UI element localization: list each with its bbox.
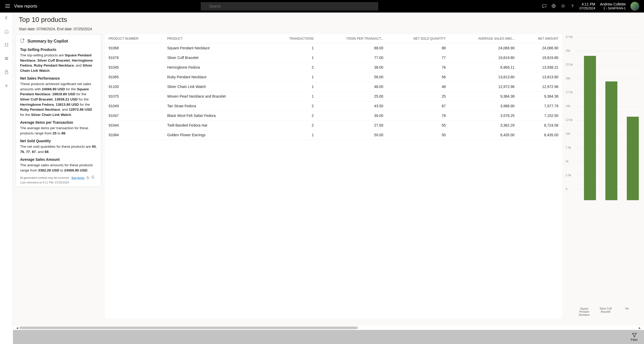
table-cell: Silver Chain Link Watch (164, 82, 267, 92)
table-row[interactable]: 91076Silver Cuff Bracelet177.007719,819.… (105, 53, 562, 63)
table-cell: 78 (387, 111, 449, 121)
table-cell: 6,435.00 (518, 130, 562, 140)
last-refreshed: Last refreshed at 4:11 PM, 07/25/2024 (20, 181, 97, 184)
table-row[interactable]: 91049Tan Straw Fedora243.50873,988.907,9… (105, 101, 562, 111)
table-cell: 2 (267, 101, 317, 111)
chart-bar[interactable] (605, 81, 617, 200)
table-cell: 1 (267, 92, 317, 101)
table-cell: 24,066.90 (518, 43, 562, 53)
table-cell: Black Wool Felt Safari Fedora (164, 111, 267, 121)
table-cell: 56 (387, 72, 449, 82)
table-cell: 19,819.80 (450, 53, 518, 63)
svg-point-5 (5, 43, 6, 44)
copilot-section-title: Net Sales Performance (20, 76, 97, 80)
table-cell: 13,813.80 (450, 72, 518, 82)
back-icon[interactable] (3, 15, 10, 21)
page-title: Top 10 products (13, 13, 644, 25)
table-cell: 12,972.96 (518, 82, 562, 92)
table-row[interactable]: 91044Twill Banded Fedora Hat227.50553,36… (105, 121, 562, 130)
table-cell: 6,435.00 (450, 130, 518, 140)
header-clock: 4:11 PM 07/25/2024 (580, 2, 595, 11)
copilot-summary-card: Summary by Copilot Top Selling ProductsT… (16, 34, 101, 187)
table-row[interactable]: 91075Woven Pearl Necklace and Bracelet12… (105, 92, 562, 101)
copilot-section-body: These products achieved significant net … (20, 81, 97, 117)
table-row[interactable]: 91084Golden Flower Earrings150.00506,435… (105, 130, 562, 140)
table-cell: 24,066.90 (450, 43, 518, 53)
chart-bar[interactable] (584, 56, 596, 200)
hamburger-menu-icon[interactable] (2, 2, 13, 11)
filter-button[interactable]: Filter (631, 332, 638, 342)
table-header[interactable]: PRODUCT (164, 34, 267, 43)
gear-icon[interactable] (561, 4, 565, 9)
home-icon[interactable] (3, 28, 10, 34)
see-terms-link[interactable]: See terms (71, 176, 84, 179)
table-cell: 91068 (105, 43, 164, 53)
dashboard-icon[interactable] (3, 42, 10, 48)
help-icon[interactable]: ? (570, 4, 575, 9)
table-row[interactable]: 91047Black Wool Felt Safari Fedora239.00… (105, 111, 562, 121)
table-cell: Tan Straw Fedora (164, 101, 267, 111)
table-cell: 50.00 (317, 130, 387, 140)
chart-bar[interactable] (627, 117, 639, 200)
table-header[interactable]: PRODUCT NUMBER (105, 34, 164, 43)
header-user: Andrew Collette 2 - SANFRAN-1 (600, 2, 626, 11)
table-cell: 12,972.96 (450, 82, 518, 92)
table-cell: 19,819.80 (518, 53, 562, 63)
table-row[interactable]: 91065Ruby Pendant Necklace156.005613,813… (105, 72, 562, 82)
copilot-sparkle-icon (20, 38, 25, 44)
list-icon[interactable] (3, 55, 10, 62)
table-header[interactable]: NET AMOUNT (518, 34, 562, 43)
bag-icon[interactable] (3, 69, 10, 75)
table-header[interactable]: NET SOLD QUANTITY (387, 34, 449, 43)
copilot-section-body: The average items per transaction for th… (20, 126, 97, 136)
table-header[interactable]: TRANSACTIONS (267, 34, 317, 43)
table-row[interactable]: 91068Square Pendant Necklace188.008824,0… (105, 43, 562, 53)
table-row[interactable]: 91100Silver Chain Link Watch148.004812,9… (105, 82, 562, 92)
table-cell: 3,988.90 (450, 101, 518, 111)
table-cell: 91084 (105, 130, 164, 140)
search-input[interactable] (201, 2, 378, 10)
date-range: Start date: 07/06/2024, End date: 07/25/… (13, 25, 644, 34)
x-axis-label: Silver Cuff Bracelet (600, 307, 612, 317)
table-cell: 9,384.38 (518, 92, 562, 101)
table-cell: 88 (387, 43, 449, 53)
svg-point-3 (562, 5, 564, 7)
copilot-section-body: The top-selling products are Square Pend… (20, 53, 97, 73)
table-cell: 48.00 (317, 82, 387, 92)
x-axis-label: Square Pendant Necklace (578, 307, 590, 317)
table-cell: 91076 (105, 53, 164, 63)
table-cell: Golden Flower Earrings (164, 130, 267, 140)
products-table: PRODUCT NUMBERPRODUCTTRANSACTIONSITEMS P… (105, 34, 562, 319)
table-cell: 91065 (105, 72, 164, 82)
svg-text:?: ? (571, 4, 574, 8)
table-cell: Woven Pearl Necklace and Bracelet (164, 92, 267, 101)
left-rail: 0 (0, 13, 13, 344)
table-cell: 87 (387, 101, 449, 111)
table-cell: 55 (387, 121, 449, 130)
table-header[interactable]: AVERAGE SALES AMO... (450, 34, 518, 43)
globe-icon[interactable] (551, 4, 556, 9)
copilot-section-title: Average Sales Amount (20, 157, 97, 162)
footer-bar: Filter (13, 330, 644, 344)
table-cell: Ruby Pendant Necklace (164, 72, 267, 82)
scroll-left-icon[interactable]: ◀ (15, 327, 19, 329)
table-cell: 2 (267, 121, 317, 130)
table-cell: 13,813.80 (518, 72, 562, 82)
table-header[interactable]: ITEMS PER TRANSACT... (317, 34, 387, 43)
table-cell: 7,977.79 (518, 101, 562, 111)
table-cell: 1 (267, 53, 317, 63)
avatar[interactable] (630, 2, 639, 11)
table-cell: 38.00 (317, 63, 387, 72)
table-cell: 6,969.11 (450, 63, 518, 72)
table-cell: 2 (267, 63, 317, 72)
thumbs-up-icon[interactable] (86, 176, 90, 180)
table-row[interactable]: 91045Herringbone Fedora238.00766,969.111… (105, 63, 562, 72)
scroll-right-icon[interactable]: ▶ (638, 327, 642, 329)
thumbs-down-icon[interactable] (91, 176, 95, 180)
table-cell: 25 (387, 92, 449, 101)
horizontal-scrollbar[interactable]: ◀ ▶ (13, 326, 644, 330)
copilot-section-body: The net sold quantities for these produc… (20, 144, 97, 154)
count-indicator[interactable]: 0 (3, 82, 10, 89)
chat-icon[interactable] (542, 4, 547, 9)
table-cell: Square Pendant Necklace (164, 43, 267, 53)
